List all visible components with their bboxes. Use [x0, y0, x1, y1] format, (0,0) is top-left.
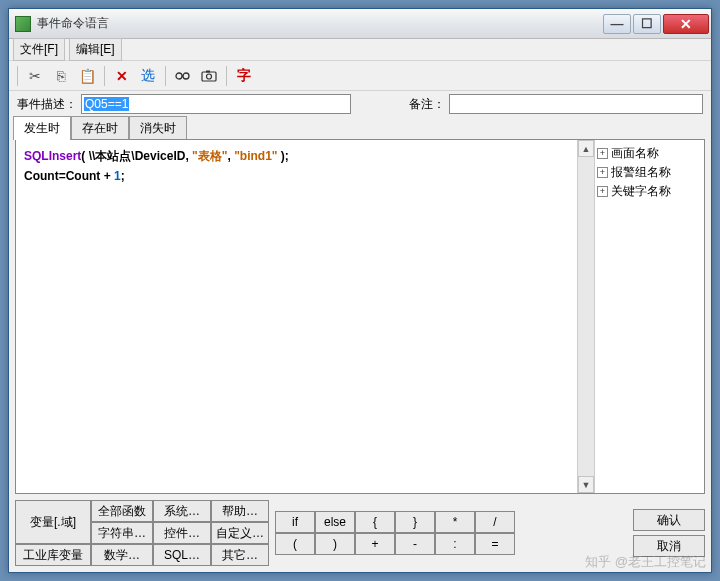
cat-help[interactable]: 帮助… — [211, 500, 269, 522]
cat-system[interactable]: 系统… — [153, 500, 211, 522]
close-button[interactable]: ✕ — [663, 14, 709, 34]
op-minus[interactable]: - — [395, 533, 435, 555]
remark-label: 备注： — [409, 96, 445, 113]
tree-item-alarm[interactable]: +报警组名称 — [597, 163, 702, 182]
menu-edit[interactable]: 编辑[E] — [69, 38, 122, 61]
svg-rect-3 — [202, 72, 216, 81]
svg-point-1 — [183, 73, 189, 79]
cat-all-func[interactable]: 全部函数 — [91, 500, 153, 522]
camera-icon[interactable] — [198, 65, 220, 87]
tree-item-screen[interactable]: +画面名称 — [597, 144, 702, 163]
cat-control[interactable]: 控件… — [153, 522, 211, 544]
field-row: 事件描述： Q05==1 备注： — [9, 91, 711, 117]
event-desc-input[interactable]: Q05==1 — [81, 94, 351, 114]
work-area: SQLInsert( \\本站点\DeviceID, "表格", "bind1"… — [15, 139, 705, 494]
op-else[interactable]: else — [315, 511, 355, 533]
remark-input[interactable] — [449, 94, 703, 114]
cut-icon[interactable]: ✂ — [24, 65, 46, 87]
tab-on-exist[interactable]: 存在时 — [71, 116, 129, 140]
copy-icon[interactable]: ⎘ — [50, 65, 72, 87]
op-colon[interactable]: : — [435, 533, 475, 555]
cancel-button[interactable]: 取消 — [633, 535, 705, 557]
app-icon — [15, 16, 31, 32]
desc-selection: Q05==1 — [84, 97, 129, 111]
cat-math[interactable]: 数学… — [91, 544, 153, 566]
editor-scrollbar[interactable]: ▲ ▼ — [577, 140, 594, 493]
titlebar: 事件命令语言 — ☐ ✕ — [9, 9, 711, 39]
code-editor[interactable]: SQLInsert( \\本站点\DeviceID, "表格", "bind1"… — [16, 140, 577, 493]
menu-file[interactable]: 文件[F] — [13, 38, 65, 61]
scroll-up-icon[interactable]: ▲ — [578, 140, 594, 157]
op-lparen[interactable]: ( — [275, 533, 315, 555]
op-if[interactable]: if — [275, 511, 315, 533]
svg-point-0 — [176, 73, 182, 79]
font-button[interactable]: 字 — [233, 65, 255, 87]
find-icon[interactable] — [172, 65, 194, 87]
bottom-panel: 变量[.域] 全部函数 系统… 帮助… 字符串… 控件… 自定义… 工业库变量 … — [9, 494, 711, 572]
op-div[interactable]: / — [475, 511, 515, 533]
op-eq[interactable]: = — [475, 533, 515, 555]
op-lbrace[interactable]: { — [355, 511, 395, 533]
op-mul[interactable]: * — [435, 511, 475, 533]
tab-on-occur[interactable]: 发生时 — [13, 116, 71, 140]
expand-icon[interactable]: + — [597, 186, 608, 197]
desc-label: 事件描述： — [17, 96, 77, 113]
operator-grid: if else { } * / ( ) + - : = — [275, 511, 515, 555]
expand-icon[interactable]: + — [597, 167, 608, 178]
select-button[interactable]: 选 — [137, 65, 159, 87]
toolbar: ✂ ⎘ 📋 ✕ 选 字 — [9, 61, 711, 91]
cat-custom[interactable]: 自定义… — [211, 522, 269, 544]
menubar: 文件[F] 编辑[E] — [9, 39, 711, 61]
cat-ind-var[interactable]: 工业库变量 — [15, 544, 91, 566]
op-rbrace[interactable]: } — [395, 511, 435, 533]
svg-point-4 — [207, 74, 212, 79]
op-rparen[interactable]: ) — [315, 533, 355, 555]
minimize-button[interactable]: — — [603, 14, 631, 34]
category-grid: 变量[.域] 全部函数 系统… 帮助… 字符串… 控件… 自定义… 工业库变量 … — [15, 500, 269, 566]
tab-on-disappear[interactable]: 消失时 — [129, 116, 187, 140]
app-window: 事件命令语言 — ☐ ✕ 文件[F] 编辑[E] ✂ ⎘ 📋 ✕ 选 字 事件描… — [8, 8, 712, 573]
cat-sql[interactable]: SQL… — [153, 544, 211, 566]
delete-icon[interactable]: ✕ — [111, 65, 133, 87]
scroll-down-icon[interactable]: ▼ — [578, 476, 594, 493]
tab-row: 发生时 存在时 消失时 — [9, 117, 711, 139]
op-plus[interactable]: + — [355, 533, 395, 555]
cat-other[interactable]: 其它… — [211, 544, 269, 566]
cat-var-field[interactable]: 变量[.域] — [15, 500, 91, 544]
svg-rect-5 — [206, 70, 210, 72]
expand-icon[interactable]: + — [597, 148, 608, 159]
window-title: 事件命令语言 — [37, 15, 601, 32]
side-tree: +画面名称 +报警组名称 +关键字名称 — [594, 140, 704, 493]
tree-item-keyword[interactable]: +关键字名称 — [597, 182, 702, 201]
maximize-button[interactable]: ☐ — [633, 14, 661, 34]
cat-string[interactable]: 字符串… — [91, 522, 153, 544]
code-fn: SQLInsert — [24, 149, 81, 163]
ok-button[interactable]: 确认 — [633, 509, 705, 531]
paste-icon[interactable]: 📋 — [76, 65, 98, 87]
